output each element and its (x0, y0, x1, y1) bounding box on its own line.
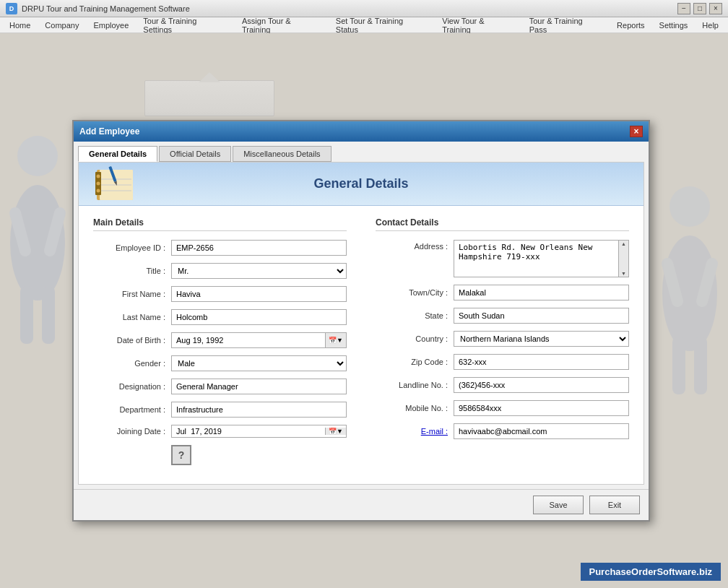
tab-bar: General Details Official Details Miscell… (74, 142, 649, 162)
minimize-button[interactable]: − (677, 3, 690, 14)
svg-rect-11 (694, 337, 707, 394)
svg-point-6 (670, 186, 710, 227)
menu-reports[interactable]: Reports (610, 19, 651, 32)
modal-close-button[interactable]: × (630, 126, 643, 137)
title-select[interactable]: Mr. Mrs. Ms. Dr. (171, 263, 347, 279)
address-textarea[interactable] (454, 241, 618, 277)
gender-row: Gender : Male Female Other (93, 355, 347, 371)
menu-bar: Home Company Employee Tour & Training Se… (0, 17, 728, 33)
menu-tour-training-settings[interactable]: Tour & Training Settings (136, 14, 234, 36)
designation-label: Designation : (93, 382, 165, 391)
mobile-label: Mobile No. : (376, 404, 448, 412)
dob-label: Date of Birth : (93, 336, 165, 345)
zip-code-label: Zip Code : (376, 358, 448, 366)
address-scroll-area: ▲ ▼ (454, 240, 629, 277)
svg-rect-10 (672, 337, 685, 394)
app-icon: D (6, 3, 17, 14)
town-city-label: Town/City : (376, 288, 448, 297)
menu-settings[interactable]: Settings (653, 19, 695, 32)
country-select[interactable]: Northern Mariana Islands United States S… (454, 331, 629, 347)
zip-code-row: Zip Code : (376, 354, 629, 370)
joining-date-label: Joining Date : (93, 427, 165, 436)
modal-title-bar: Add Employee × (74, 121, 649, 142)
last-name-label: Last Name : (93, 313, 165, 321)
person-left-illustration (0, 127, 76, 358)
maximize-button[interactable]: □ (693, 3, 706, 14)
dob-calendar-button[interactable]: 📅▼ (325, 333, 346, 347)
menu-employee[interactable]: Employee (87, 19, 135, 32)
tab-miscellaneous-details[interactable]: Miscellaneous Details (233, 146, 331, 162)
email-label[interactable]: E-mail : (376, 427, 448, 436)
bg-document-hint (144, 80, 274, 116)
joining-date-input[interactable] (172, 425, 325, 437)
help-button[interactable]: ? (171, 445, 191, 465)
first-name-label: First Name : (93, 290, 165, 298)
notebook-icon (90, 166, 144, 206)
email-row: E-mail : (376, 423, 629, 439)
svg-point-19 (97, 182, 100, 186)
contact-section-title: Contact Details (376, 217, 629, 231)
title-row: Title : Mr. Mrs. Ms. Dr. (93, 263, 347, 279)
address-scrollbar[interactable]: ▲ ▼ (618, 241, 628, 277)
add-employee-modal: Add Employee × General Details Official … (72, 120, 650, 522)
dob-input[interactable] (172, 334, 325, 346)
designation-input[interactable] (171, 379, 347, 394)
menu-set-tour-status[interactable]: Set Tour & Training Status (329, 14, 434, 36)
content-header: General Details (79, 163, 644, 206)
app-title: DRPU Tour and Training Management Softwa… (22, 4, 190, 13)
contact-details-section: Contact Details Address : ▲ ▼ (376, 217, 629, 472)
town-city-input[interactable] (454, 285, 629, 301)
landline-input[interactable] (454, 377, 629, 393)
joining-date-calendar-button[interactable]: 📅▼ (325, 428, 346, 435)
exit-button[interactable]: Exit (589, 496, 640, 514)
desktop: Add Employee × General Details Official … (0, 33, 728, 588)
svg-rect-5 (42, 286, 55, 344)
gender-label: Gender : (93, 359, 165, 368)
address-row: Address : ▲ ▼ (376, 240, 629, 277)
landline-row: Landline No. : (376, 377, 629, 393)
title-bar-controls: − □ × (677, 3, 722, 14)
save-button[interactable]: Save (533, 496, 584, 514)
title-label: Title : (93, 267, 165, 275)
svg-point-18 (97, 175, 100, 178)
state-input[interactable] (454, 308, 629, 324)
app-close-button[interactable]: × (709, 3, 722, 14)
svg-point-20 (97, 189, 100, 193)
email-input[interactable] (454, 423, 629, 439)
landline-label: Landline No. : (376, 381, 448, 389)
scroll-up-arrow[interactable]: ▲ (621, 241, 626, 246)
form-area: Main Details Employee ID : Title : Mr. M… (79, 206, 644, 484)
dob-input-wrapper: 📅▼ (171, 332, 347, 348)
town-city-row: Town/City : (376, 285, 629, 301)
last-name-input[interactable] (171, 309, 347, 325)
joining-date-row: Joining Date : 📅▼ ? (93, 425, 347, 465)
watermark: PurchaseOrderSoftware.biz (581, 563, 722, 581)
tab-official-details[interactable]: Official Details (159, 146, 231, 162)
zip-code-input[interactable] (454, 354, 629, 370)
department-input[interactable] (171, 402, 347, 418)
state-label: State : (376, 311, 448, 320)
gender-select[interactable]: Male Female Other (171, 355, 347, 371)
main-section-title: Main Details (93, 217, 347, 231)
menu-tour-pass[interactable]: Tour & Training Pass (523, 14, 609, 36)
menu-view-tour[interactable]: View Tour & Training (436, 14, 521, 36)
main-details-section: Main Details Employee ID : Title : Mr. M… (93, 217, 347, 472)
scroll-down-arrow[interactable]: ▼ (621, 271, 626, 276)
svg-point-0 (17, 136, 58, 176)
menu-assign-tour[interactable]: Assign Tour & Training (235, 14, 328, 36)
country-label: Country : (376, 334, 448, 343)
menu-home[interactable]: Home (3, 19, 37, 32)
mobile-input[interactable] (454, 400, 629, 416)
modal-footer: Save Exit (74, 489, 649, 520)
department-label: Department : (93, 405, 165, 414)
mobile-row: Mobile No. : (376, 400, 629, 416)
content-header-title: General Details (313, 176, 408, 191)
menu-company[interactable]: Company (38, 19, 85, 32)
last-name-row: Last Name : (93, 309, 347, 325)
menu-help[interactable]: Help (696, 19, 725, 32)
first-name-input[interactable] (171, 286, 347, 302)
svg-rect-4 (20, 286, 33, 344)
employee-id-input[interactable] (171, 240, 347, 256)
tab-general-details[interactable]: General Details (78, 146, 157, 162)
person-right-illustration (652, 178, 728, 409)
